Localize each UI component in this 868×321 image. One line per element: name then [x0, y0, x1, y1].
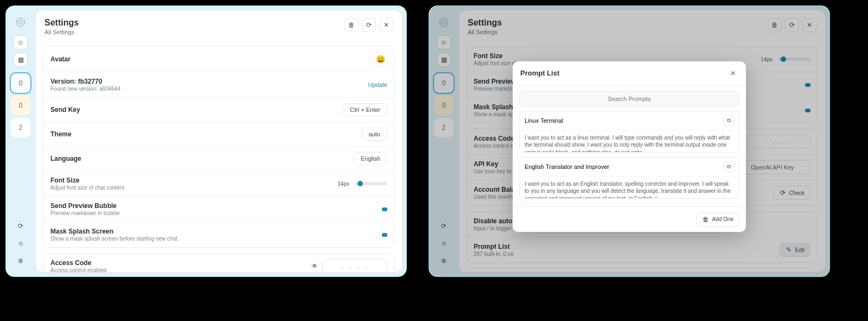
label-version: Version: fb32770: [50, 78, 368, 85]
main-panel: Settings All Settings 🗑 ⟳ ✕ Avatar 😀 Ver…: [35, 10, 403, 273]
label-preview: Send Preview Bubble: [50, 202, 382, 210]
sub-version: Found new version: a604644: [50, 86, 368, 92]
session-item-2[interactable]: 2: [11, 118, 30, 137]
row-avatar: Avatar 😀: [44, 47, 394, 72]
dropdown-theme[interactable]: auto: [362, 128, 387, 141]
fontsize-slider[interactable]: [355, 182, 387, 185]
eye-icon[interactable]: 👁: [311, 262, 318, 270]
dropdown-sendkey[interactable]: Ctrl + Enter: [343, 103, 387, 116]
session-item-1[interactable]: 0: [11, 96, 30, 115]
sidebar: ☺ ▦ 0 0 2 ⟳ ⎋ ⊕: [6, 6, 35, 276]
settings-icon[interactable]: ⟳: [14, 219, 28, 233]
prompt-item: ⧉I want you to act as a linux terminal. …: [519, 111, 739, 153]
refresh-icon[interactable]: ⟳: [362, 18, 376, 32]
mask-icon[interactable]: ☺: [14, 35, 28, 49]
row-theme: Theme auto: [44, 122, 394, 146]
sub-mask: Show a mask splash screen before startin…: [50, 236, 382, 242]
sub-fontsize: Adjust font size of chat content: [50, 185, 337, 191]
sub-preview: Preview markdown in bubble: [50, 210, 382, 216]
label-theme: Theme: [50, 130, 362, 138]
close-icon[interactable]: ✕: [379, 18, 393, 32]
sub-access: Access control enabled: [50, 267, 311, 272]
prompt-list-modal: Prompt List ✕ ⧉I want you to act as a li…: [513, 61, 746, 232]
row-preview: Send Preview Bubble Preview markdown in …: [44, 196, 394, 222]
label-fontsize: Font Size: [50, 177, 337, 184]
prompt-title-input[interactable]: [525, 117, 723, 124]
avatar-picker[interactable]: 😀: [373, 52, 387, 66]
row-fontsize: Font Size Adjust font size of chat conte…: [44, 171, 394, 196]
settings-card-api: Access Code Access control enabled 👁 . .…: [43, 253, 394, 272]
close-icon[interactable]: ✕: [727, 68, 738, 79]
copy-icon[interactable]: ⧉: [723, 115, 734, 126]
modal-body: ⧉I want you to act as a linux terminal. …: [513, 86, 746, 206]
github-icon[interactable]: ⎋: [14, 236, 28, 250]
row-language: Language English: [44, 146, 394, 171]
label-language: Language: [50, 155, 354, 162]
label-avatar: Avatar: [50, 55, 373, 63]
prompt-body[interactable]: I want you to act as a linux terminal. I…: [520, 130, 739, 152]
titlebar: Settings All Settings 🗑 ⟳ ✕: [36, 10, 402, 41]
settings-card-general: Avatar 😀 Version: fb32770 Found new vers…: [43, 46, 394, 248]
label-mask: Mask Splash Screen: [50, 228, 382, 235]
dropdown-language[interactable]: English: [354, 152, 387, 165]
settings-window-right: ☺ ▦ 0 0 2 ⟳ ⎋ ⊕ Settings All Settings 🗑 …: [429, 5, 830, 277]
row-version: Version: fb32770 Found new version: a604…: [44, 72, 394, 97]
prompt-title-input[interactable]: [525, 163, 723, 170]
label-sendkey: Send Key: [50, 106, 343, 114]
chat-icon[interactable]: ⊕: [14, 254, 28, 268]
prompt-body[interactable]: I want you to act as an English translat…: [520, 177, 739, 198]
page-subtitle: All Settings: [44, 29, 344, 35]
row-sendkey: Send Key Ctrl + Enter: [44, 97, 394, 122]
settings-content: Avatar 😀 Version: fb32770 Found new vers…: [36, 41, 402, 272]
toggle-preview[interactable]: [382, 207, 387, 211]
modal-title: Prompt List: [520, 69, 727, 77]
session-list: 0 0 2: [11, 73, 30, 137]
row-mask: Mask Splash Screen Show a mask splash sc…: [44, 222, 394, 247]
prompt-item: ⧉I want you to act as an English transla…: [519, 157, 739, 199]
plus-icon: 🗑: [702, 216, 710, 223]
copy-icon[interactable]: ⧉: [723, 161, 734, 172]
grid-icon[interactable]: ▦: [14, 53, 28, 67]
input-access[interactable]: . . . .: [322, 259, 387, 272]
label-access: Access Code: [50, 259, 311, 267]
add-one-button[interactable]: 🗑Add One: [696, 212, 739, 226]
settings-window-left: ☺ ▦ 0 0 2 ⟳ ⎋ ⊕ Settings All Settings 🗑 …: [5, 5, 407, 277]
row-accesscode: Access Code Access control enabled 👁 . .…: [44, 254, 394, 272]
app-logo-icon: [16, 18, 25, 27]
session-item-0[interactable]: 0: [11, 73, 30, 93]
fontsize-value: 14px: [337, 181, 349, 187]
page-title: Settings: [44, 18, 344, 28]
trash-icon[interactable]: 🗑: [344, 18, 359, 32]
link-update[interactable]: Update: [368, 81, 387, 88]
search-input[interactable]: [519, 91, 739, 106]
toggle-mask[interactable]: [382, 233, 387, 237]
